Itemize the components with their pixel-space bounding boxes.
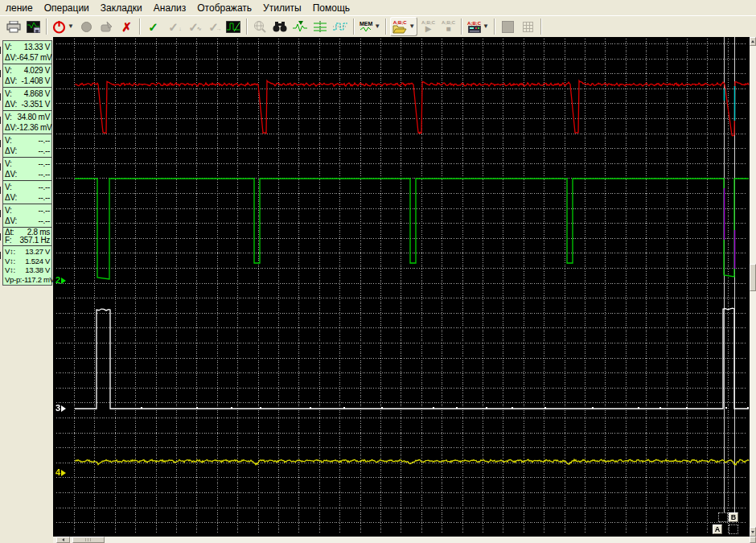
menu-item[interactable]: ление	[0, 1, 39, 15]
menu-bar: лениеОперацииЗакладкиАнализОтображатьУти…	[0, 0, 756, 16]
menu-item[interactable]: Утилиты	[257, 1, 307, 15]
accept-next-button[interactable]: ✓↓	[164, 18, 183, 35]
control-panel-button[interactable]: A;B;C ▼	[466, 18, 491, 35]
measurement-value: 4.029 V	[24, 65, 50, 76]
measurement-row: V:--.--	[3, 158, 51, 169]
measurement-value: -64.57 mV	[17, 52, 51, 63]
memory-dropdown-arrow-icon[interactable]: ▼	[374, 23, 380, 30]
arrow-down-icon	[751, 531, 754, 533]
measurement-row: V↕:13.27 V	[3, 247, 51, 257]
measurement-block: V:--.--ΔV:--.--	[3, 181, 51, 204]
record-button[interactable]	[77, 18, 96, 35]
blank-square-icon	[502, 21, 514, 33]
check-skip-icon: ✓→	[208, 21, 219, 33]
menu-item[interactable]: Анализ	[148, 1, 192, 15]
wave-rails-icon	[313, 21, 327, 33]
blank-button[interactable]	[499, 18, 517, 35]
measurement-block: V↕:13.27 VV↕:1.524 VV↕:13.38 VVp-p:-117.…	[3, 246, 51, 285]
printer-icon	[6, 21, 21, 33]
measurement-value: 13.33 V	[24, 42, 50, 52]
marker-arrow-icon	[61, 278, 66, 284]
accept-skip-button[interactable]: ✓→	[204, 18, 223, 35]
scope-display-area: B A 234	[53, 37, 750, 537]
resize-grip[interactable]	[750, 537, 756, 543]
measurement-value: -117.2 mV	[22, 275, 54, 285]
measurement-label: ΔV:	[5, 216, 17, 226]
measurement-label: V:	[5, 205, 11, 216]
grid-button[interactable]	[519, 18, 537, 35]
channel-3-zero-marker[interactable]: 3	[55, 403, 66, 413]
measurement-value: -12.36 mV	[17, 122, 51, 133]
control-panel-icon	[468, 26, 481, 33]
measurement-value: 357.1 Hz	[19, 237, 50, 245]
cursor-a-label[interactable]: A	[713, 524, 722, 534]
delete-record-button[interactable]: ✗	[117, 18, 136, 35]
memory-wave-icon	[360, 27, 372, 32]
toolbar-separator	[139, 19, 141, 35]
measurement-value: --.--	[38, 169, 50, 179]
wave-marker-button[interactable]	[291, 18, 310, 35]
open-records-dropdown-arrow-icon[interactable]: ▼	[409, 23, 415, 30]
measurement-block: V:--.--ΔV:--.--	[3, 134, 51, 158]
print-button[interactable]	[4, 18, 23, 35]
measurement-value: --.--	[38, 205, 50, 216]
vertical-scrollbar[interactable]	[750, 37, 756, 543]
horizontal-scrollbar-thumb[interactable]	[72, 537, 105, 543]
wave-rails-button[interactable]	[311, 18, 330, 35]
vertical-scrollbar-thumb[interactable]	[750, 264, 756, 291]
measurement-block: V:--.--ΔV:--.--	[3, 158, 51, 181]
check-wave-icon: ✓∿	[188, 21, 199, 33]
toolbar-separator	[246, 19, 248, 35]
open-records-button[interactable]: A;B;C ▼	[390, 17, 417, 36]
control-panel-dropdown-arrow-icon[interactable]: ▼	[483, 23, 489, 30]
stop-records-button[interactable]: A;B;C ■	[439, 18, 458, 35]
cursor-b-anchor-box[interactable]	[729, 524, 738, 534]
scroll-left-button[interactable]	[56, 537, 70, 543]
toolbar-separator	[385, 19, 387, 35]
measurement-value: 13.27 V	[25, 247, 50, 257]
measurement-label: ΔV:	[5, 52, 17, 63]
toolbar: ▼ ✗ ✓ ✓↓ ✓∿ ✓→	[0, 15, 756, 37]
play-records-button[interactable]: A;B;C ▶	[419, 18, 438, 35]
channel-2-zero-marker[interactable]: 2	[55, 275, 66, 286]
menu-item[interactable]: Закладки	[95, 1, 148, 15]
accept-wave-button[interactable]: ✓∿	[184, 18, 203, 35]
zoom-globe-button[interactable]	[251, 18, 269, 35]
accept-button[interactable]: ✓	[144, 18, 162, 35]
measurement-label: V↕:	[5, 265, 15, 275]
horizontal-scrollbar[interactable]	[53, 537, 750, 543]
power-dropdown-arrow-icon[interactable]: ▼	[68, 23, 74, 30]
measurement-row: ΔV:--.--	[3, 169, 51, 179]
measurement-label: Vp-p:	[5, 275, 22, 285]
menu-item[interactable]: Отображать	[191, 1, 257, 15]
oscilloscope-display[interactable]	[53, 37, 750, 537]
measurement-row: V:34.80 mV	[3, 112, 51, 122]
measurement-label: ΔV:	[5, 122, 17, 133]
display-mode-button[interactable]	[224, 18, 243, 35]
scroll-up-button[interactable]	[750, 37, 756, 46]
measurement-row: V:--.--	[3, 135, 51, 146]
measurement-row: ΔV:--.--	[3, 146, 51, 156]
save-image-icon	[27, 21, 40, 33]
hold-button[interactable]	[97, 18, 116, 35]
save-image-button[interactable]	[24, 18, 43, 35]
delete-icon: ✗	[121, 21, 132, 33]
stop-icon: ■	[446, 25, 451, 33]
measurement-label: F:	[5, 237, 11, 245]
measurement-value: --.--	[38, 158, 50, 169]
search-button[interactable]	[271, 18, 290, 35]
power-button[interactable]: ▼	[51, 18, 76, 35]
oscilloscope-app-window: лениеОперацииЗакладкиАнализОтображатьУти…	[0, 0, 756, 543]
measurement-row: V:--.--	[3, 205, 51, 216]
menu-item[interactable]: Операции	[39, 1, 95, 15]
cursor-b-label[interactable]: B	[729, 512, 738, 522]
cursor-a-anchor-box[interactable]	[718, 512, 728, 522]
measurement-row: V↕:13.38 V	[3, 265, 51, 275]
measurement-label: V:	[5, 135, 11, 146]
wave-steps-button[interactable]	[331, 18, 350, 35]
scroll-down-button[interactable]	[750, 527, 756, 537]
memory-button[interactable]: МЕМ ▼	[358, 18, 382, 35]
channel-4-zero-marker[interactable]: 4	[55, 467, 66, 478]
binoculars-icon	[273, 21, 287, 32]
menu-item[interactable]: Помощь	[307, 1, 355, 15]
